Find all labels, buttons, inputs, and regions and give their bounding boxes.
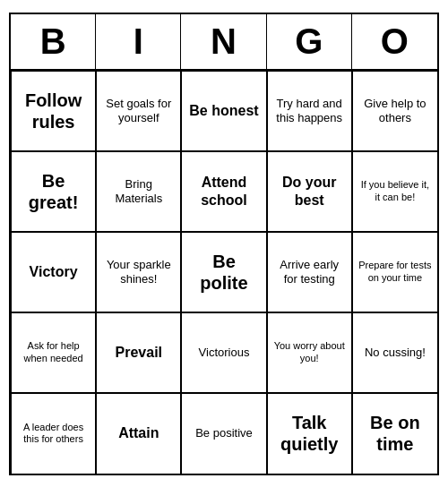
cell-text-16: Prevail: [116, 344, 162, 361]
bingo-cell-15: Ask for help when needed: [11, 312, 96, 393]
cell-text-7: Attend school: [186, 174, 261, 208]
bingo-cell-19: No cussing!: [352, 312, 437, 393]
cell-text-19: No cussing!: [365, 346, 426, 360]
bingo-cell-1: Set goals for yourself: [96, 71, 181, 151]
bingo-cell-16: Prevail: [96, 312, 181, 393]
bingo-card: BINGO Follow rulesSet goals for yourself…: [9, 13, 439, 475]
bingo-cell-8: Do your best: [267, 151, 352, 232]
bingo-cell-20: A leader does this for others: [11, 393, 96, 474]
bingo-cell-2: Be honest: [181, 71, 266, 151]
bingo-cell-23: Talk quietly: [267, 393, 352, 474]
cell-text-22: Be positive: [195, 426, 253, 440]
header-letter-G: G: [267, 14, 352, 69]
header-letter-N: N: [181, 14, 266, 69]
bingo-cell-24: Be on time: [352, 393, 437, 474]
cell-text-11: Your sparkle shines!: [101, 258, 176, 286]
cell-text-1: Set goals for yourself: [101, 97, 176, 124]
cell-text-17: Victorious: [199, 346, 250, 360]
cell-text-21: Attain: [118, 424, 159, 441]
cell-text-6: Bring Materials: [101, 177, 176, 205]
cell-text-18: You worry about you!: [272, 340, 347, 363]
header-letter-B: B: [11, 14, 96, 69]
bingo-cell-21: Attain: [96, 393, 181, 474]
header-letter-I: I: [96, 14, 181, 69]
header-letter-O: O: [352, 14, 437, 69]
cell-text-0: Follow rules: [16, 90, 90, 132]
bingo-cell-12: Be polite: [181, 232, 266, 312]
bingo-cell-10: Victory: [11, 232, 96, 312]
bingo-cell-11: Your sparkle shines!: [96, 232, 181, 312]
bingo-grid: Follow rulesSet goals for yourselfBe hon…: [11, 71, 437, 474]
bingo-cell-4: Give help to others: [352, 71, 437, 151]
bingo-cell-14: Prepare for tests on your time: [352, 232, 437, 312]
bingo-cell-6: Bring Materials: [96, 151, 181, 232]
bingo-cell-22: Be positive: [181, 393, 266, 474]
bingo-cell-17: Victorious: [181, 312, 266, 393]
cell-text-20: A leader does this for others: [16, 422, 90, 445]
cell-text-13: Arrive early for testing: [272, 258, 347, 286]
bingo-header: BINGO: [11, 14, 437, 71]
cell-text-3: Try hard and this happens: [272, 97, 347, 124]
cell-text-12: Be polite: [186, 251, 261, 294]
cell-text-24: Be on time: [358, 412, 433, 455]
cell-text-5: Be great!: [16, 170, 90, 213]
bingo-cell-5: Be great!: [11, 151, 96, 232]
cell-text-4: Give help to others: [358, 97, 433, 124]
cell-text-2: Be honest: [189, 102, 258, 119]
cell-text-10: Victory: [30, 263, 78, 280]
bingo-cell-18: You worry about you!: [267, 312, 352, 393]
cell-text-8: Do your best: [272, 174, 347, 208]
bingo-cell-13: Arrive early for testing: [267, 232, 352, 312]
bingo-cell-7: Attend school: [181, 151, 266, 232]
bingo-cell-9: If you believe it, it can be!: [352, 151, 437, 232]
bingo-cell-0: Follow rules: [11, 71, 96, 151]
bingo-cell-3: Try hard and this happens: [267, 71, 352, 151]
cell-text-15: Ask for help when needed: [16, 340, 90, 363]
cell-text-9: If you believe it, it can be!: [358, 179, 433, 202]
cell-text-14: Prepare for tests on your time: [358, 260, 433, 283]
cell-text-23: Talk quietly: [272, 412, 347, 455]
